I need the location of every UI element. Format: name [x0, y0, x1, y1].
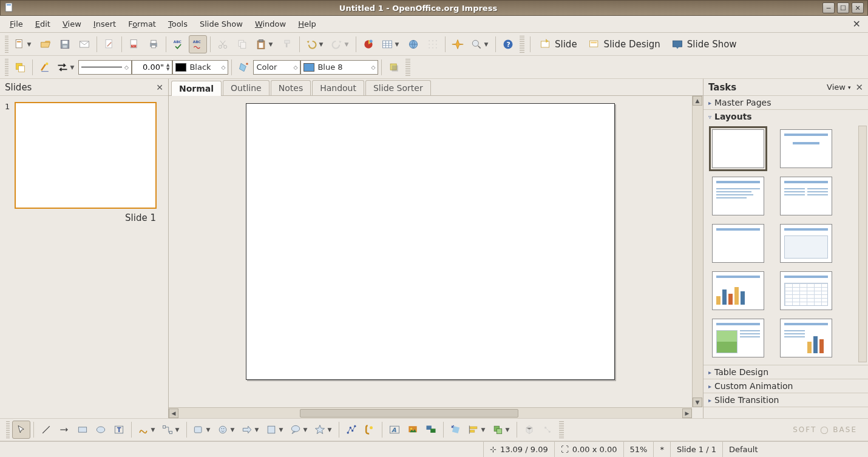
close-window-button[interactable]: ✕ [852, 2, 864, 13]
task-table-design[interactable]: ▸Table Design [704, 365, 868, 379]
export-pdf-button[interactable]: PDF [125, 35, 143, 53]
task-layouts[interactable]: ▿Layouts [704, 110, 868, 123]
zoom-button[interactable]: ▼ [468, 35, 492, 53]
print-button[interactable] [144, 35, 163, 53]
tab-notes[interactable]: Notes [271, 80, 311, 95]
rectangle-tool[interactable] [73, 421, 92, 439]
edit-file-button[interactable] [100, 35, 118, 53]
navigator-button[interactable] [449, 35, 467, 53]
table-button[interactable]: ▼ [379, 35, 403, 53]
tab-sorter[interactable]: Slide Sorter [365, 80, 431, 95]
select-tool[interactable] [12, 421, 30, 439]
close-slides-panel[interactable]: ✕ [156, 83, 163, 92]
slideshow-button[interactable]: Slide Show [666, 35, 742, 53]
menu-insert[interactable]: Insert [87, 18, 122, 30]
chart-button[interactable] [359, 35, 378, 53]
menu-slideshow[interactable]: Slide Show [194, 18, 249, 30]
arrange-dd-tool[interactable]: ▼ [489, 421, 514, 439]
block-arrows-tool[interactable]: ▼ [239, 421, 263, 439]
spin-down[interactable]: ▼ [166, 67, 169, 72]
layout-title-table[interactable] [780, 271, 832, 310]
close-tasks-icon[interactable]: ✕ [855, 82, 863, 93]
text-tool[interactable]: T [110, 421, 128, 439]
flowchart-tool[interactable]: ▼ [263, 421, 287, 439]
grid-button[interactable] [424, 35, 442, 53]
undo-button[interactable]: ▼ [303, 35, 327, 53]
symbol-shapes-tool[interactable]: ▼ [214, 421, 239, 439]
menu-tools[interactable]: Tools [162, 18, 194, 30]
toolbar-grip[interactable] [5, 36, 8, 53]
task-slide-transition[interactable]: ▸Slide Transition [704, 393, 868, 407]
scroll-down[interactable]: ▼ [693, 398, 702, 407]
email-button[interactable] [75, 35, 93, 53]
horizontal-scrollbar[interactable]: ◀ ▶ [169, 407, 692, 418]
task-custom-animation[interactable]: ▸Custom Animation [704, 379, 868, 393]
menu-help[interactable]: Help [292, 18, 322, 30]
menu-format[interactable]: Format [122, 18, 162, 30]
toolbar-overflow-2[interactable] [405, 59, 410, 76]
line-tool[interactable] [37, 421, 55, 439]
align-tool[interactable]: ▼ [465, 421, 489, 439]
scroll-right[interactable]: ▶ [682, 408, 692, 418]
vertical-scrollbar[interactable]: ▲ ▼ [692, 96, 703, 407]
scroll-up[interactable]: ▲ [693, 96, 702, 106]
shadow-button[interactable] [385, 58, 403, 76]
connector-tool[interactable]: ▼ [159, 421, 183, 439]
glue-points-tool[interactable] [361, 421, 379, 439]
menu-edit[interactable]: Edit [29, 18, 56, 30]
toolbar-overflow[interactable] [520, 36, 524, 53]
line-style-dialog[interactable] [36, 58, 54, 76]
tasks-view-menu[interactable]: View ▾ [827, 83, 850, 92]
rotate-tool[interactable] [447, 421, 465, 439]
ellipse-tool[interactable] [92, 421, 110, 439]
hyperlink-button[interactable] [404, 35, 422, 53]
help-button[interactable]: ? [499, 35, 517, 53]
layout-title-object[interactable] [780, 224, 832, 263]
status-zoom[interactable]: 51% [623, 442, 654, 457]
scroll-left[interactable]: ◀ [169, 408, 178, 418]
spellcheck-button[interactable]: ABC [169, 35, 188, 53]
slide-thumb-1[interactable]: 1 [5, 102, 163, 209]
hscroll-thumb[interactable] [300, 409, 518, 418]
tab-handout[interactable]: Handout [312, 80, 364, 95]
layout-title-clipart[interactable] [712, 319, 764, 357]
tab-outline[interactable]: Outline [223, 80, 270, 95]
format-paintbrush-button[interactable] [278, 35, 296, 53]
fontwork-tool[interactable]: A [385, 421, 404, 439]
interaction-tool[interactable] [538, 421, 557, 439]
basic-shapes-tool[interactable]: ▼ [190, 421, 214, 439]
stars-tool[interactable]: ▼ [311, 421, 336, 439]
arrange-button[interactable] [11, 58, 29, 76]
points-tool[interactable] [342, 421, 361, 439]
slide-button[interactable]: Slide [534, 35, 583, 53]
slide-design-button[interactable]: Slide Design [583, 35, 666, 53]
arrow-line-tool[interactable] [55, 421, 73, 439]
menu-window[interactable]: Window [249, 18, 292, 30]
close-doc-button[interactable]: ✕ [849, 18, 864, 30]
cut-button[interactable] [214, 35, 232, 53]
menu-view[interactable]: View [56, 18, 87, 30]
new-doc-button[interactable]: ▼ [11, 35, 35, 53]
line-style-select[interactable]: ◇ [78, 60, 132, 75]
toolbar-overflow-3[interactable] [559, 421, 564, 438]
callout-tool[interactable]: ▼ [287, 421, 311, 439]
redo-button[interactable]: ▼ [328, 35, 353, 53]
layout-title-content[interactable] [712, 177, 764, 215]
layout-title[interactable] [780, 129, 832, 168]
layout-two-content[interactable] [780, 177, 832, 215]
maximize-button[interactable]: ☐ [837, 2, 849, 13]
toolbar-grip-2[interactable] [5, 59, 8, 76]
fill-color-select[interactable]: Blue 8 ◇ [300, 60, 378, 75]
layouts-scrollbar[interactable] [858, 126, 867, 362]
layout-blank[interactable] [712, 129, 764, 168]
arrow-style-button[interactable]: ▼ [54, 58, 78, 76]
slide-thumbnail[interactable] [15, 102, 157, 209]
line-color-select[interactable]: Black ◇ [172, 60, 228, 75]
save-button[interactable] [56, 35, 74, 53]
minimize-button[interactable]: ─ [822, 2, 835, 13]
layout-title-chart-content[interactable] [780, 319, 832, 357]
open-button[interactable] [36, 35, 55, 53]
menu-file[interactable]: File [4, 18, 29, 30]
toolbar-grip-3[interactable] [6, 421, 10, 438]
gallery-tool[interactable] [422, 421, 440, 439]
